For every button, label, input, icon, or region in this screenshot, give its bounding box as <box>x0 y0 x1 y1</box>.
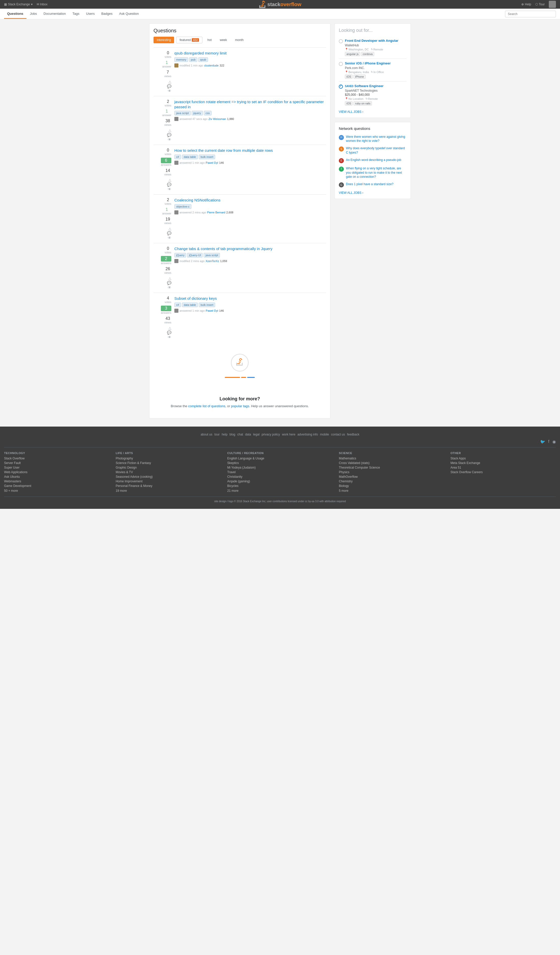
nav-users[interactable]: Users <box>83 9 98 19</box>
footer-col-link[interactable]: Travel <box>227 470 333 474</box>
tag[interactable]: java script <box>174 111 191 115</box>
footer-col-link[interactable]: Chemistry <box>339 479 444 483</box>
footer-col-link[interactable]: Stack Overflow Careers <box>451 470 556 474</box>
footer-col-link[interactable]: Meta Stack Exchange <box>451 461 556 465</box>
nav-jobs[interactable]: Jobs <box>27 9 40 19</box>
user-link[interactable]: Ziv Weissman <box>208 117 226 121</box>
network-question-link[interactable]: When flying on a very tight schedule, ar… <box>346 166 407 179</box>
footer-link[interactable]: tour <box>214 433 220 436</box>
footer-col-link[interactable]: Movies & TV <box>116 470 221 474</box>
footer-col-link[interactable]: Stack Apps <box>451 457 556 460</box>
footer-col-link[interactable]: Science Fiction & Fantasy <box>116 461 221 465</box>
footer-link[interactable]: blog <box>230 433 235 436</box>
nav-documentation[interactable]: Documentation <box>41 9 69 19</box>
footer-link[interactable]: privacy policy <box>262 433 280 436</box>
footer-link[interactable]: feedback <box>347 433 360 436</box>
footer-col-link[interactable]: Stack Overflow <box>4 457 109 460</box>
footer-col-link[interactable]: Ask Ubuntu <box>4 475 109 479</box>
tag[interactable]: css <box>204 111 212 115</box>
tag[interactable]: qsub <box>198 57 208 62</box>
view-all-network-link[interactable]: VIEW ALL JOBS › <box>339 191 407 194</box>
footer-col-link[interactable]: Bicycles <box>227 484 333 488</box>
footer-link[interactable]: help <box>222 433 228 436</box>
job-title-link[interactable]: Senior iOS / iPhone Engineer <box>345 61 391 65</box>
question-title[interactable]: qsub disregarded memory limit <box>174 51 227 55</box>
footer-col-link[interactable]: English Language & Usage <box>227 457 333 460</box>
footer-col-link[interactable]: Web Applications <box>4 470 109 474</box>
job-title-link[interactable]: Front End Developer with Angular <box>345 39 398 42</box>
user-link[interactable]: Pierre Bernard <box>207 211 225 214</box>
top-bar-logo[interactable]: stackoverflow <box>259 0 301 8</box>
help-link[interactable]: ⊕ Help <box>521 3 531 6</box>
footer-col-link[interactable]: Cross Validated (stats) <box>339 461 444 465</box>
tag[interactable]: data table <box>182 155 198 159</box>
complete-list-link[interactable]: complete list of questions <box>188 404 225 408</box>
user-link[interactable]: Pawel Dyl <box>206 161 218 164</box>
tag[interactable]: pub <box>189 57 197 62</box>
user-avatar[interactable] <box>549 1 556 8</box>
job-title-link[interactable]: Software Engineer <box>354 84 383 88</box>
footer-col-link[interactable]: Arqade (gaming) <box>227 479 333 483</box>
footer-col-link[interactable]: Seasoned Advice (cooking) <box>116 475 221 479</box>
footer-col-link[interactable]: Super User <box>4 466 109 469</box>
search-input[interactable] <box>505 11 556 17</box>
question-title[interactable]: javascript function rotate element => tr… <box>174 100 324 109</box>
tag[interactable]: java script <box>203 253 220 257</box>
footer-link[interactable]: work here <box>282 433 296 436</box>
footer-col-link[interactable]: MathOverflow <box>339 475 444 479</box>
footer-col-link[interactable]: Christianity <box>227 475 333 479</box>
inbox-link[interactable]: ✉ Inbox <box>37 3 48 6</box>
job-radio[interactable] <box>339 39 343 43</box>
footer-col-link[interactable]: Webmasters <box>4 479 109 483</box>
nav-ask-question[interactable]: Ask Question <box>116 9 142 19</box>
tag[interactable]: c# <box>174 302 181 307</box>
network-question-link[interactable]: Were there women who were against giving… <box>346 135 407 143</box>
view-all-jobs-link[interactable]: VIEW ALL JOBS › <box>339 110 407 114</box>
question-title[interactable]: Change tabs & contents of tab programmat… <box>174 246 272 251</box>
rss-link[interactable]: ◉ <box>552 439 556 444</box>
facebook-link[interactable]: f <box>548 439 549 444</box>
tag[interactable]: bulk insert <box>199 302 215 307</box>
tag[interactable]: bulk insert <box>199 155 215 159</box>
tour-link[interactable]: ⬡ Tour <box>535 3 545 6</box>
stack-exchange-switcher[interactable]: ▦ Stack Exchange ▾ <box>4 3 33 6</box>
nav-badges[interactable]: Badges <box>98 9 116 19</box>
network-question-link[interactable]: An English word describing a pseudo-job <box>346 158 401 162</box>
network-question-link[interactable]: Why does everybody typedef over standard… <box>346 146 407 155</box>
nav-tags[interactable]: Tags <box>69 9 83 19</box>
filter-featured[interactable]: featured 432 <box>176 37 202 43</box>
footer-link[interactable]: mobile <box>320 433 329 436</box>
user-link[interactable]: XzenTorXz <box>205 260 219 263</box>
footer-col-link[interactable]: Game Development <box>4 484 109 488</box>
tag[interactable]: jQuery-UI <box>187 253 203 257</box>
popular-tags-link[interactable]: popular tags <box>231 404 249 408</box>
tag[interactable]: jquery <box>192 111 203 115</box>
job-radio[interactable] <box>339 62 343 66</box>
footer-col-link[interactable]: Graphic Design <box>116 466 221 469</box>
footer-link[interactable]: contact us <box>331 433 345 436</box>
job-radio[interactable] <box>339 85 343 89</box>
footer-link[interactable]: advertising info <box>297 433 318 436</box>
tag[interactable]: objective-c <box>174 204 191 209</box>
footer-col-link[interactable]: Mathematics <box>339 457 444 460</box>
footer-col-link[interactable]: Server Fault <box>4 461 109 465</box>
filter-hot[interactable]: hot <box>204 37 215 43</box>
footer-col-link[interactable]: Skeptics <box>227 461 333 465</box>
footer-link[interactable]: legal <box>253 433 260 436</box>
footer-link[interactable]: chat <box>237 433 243 436</box>
footer-link[interactable]: about us <box>200 433 212 436</box>
tag[interactable]: memory <box>174 57 188 62</box>
footer-col-link[interactable]: Physics <box>339 470 444 474</box>
question-title[interactable]: How to select the current date row from … <box>174 148 273 153</box>
filter-week[interactable]: week <box>217 37 230 43</box>
footer-link[interactable]: data <box>245 433 251 436</box>
footer-col-link[interactable]: Theoretical Computer Science <box>339 466 444 469</box>
user-link[interactable]: Pawel Dyl <box>206 309 218 312</box>
tag[interactable]: jQuery <box>174 253 186 257</box>
question-title[interactable]: Coalescing NSNotifications <box>174 198 221 202</box>
footer-col-link[interactable]: Photography <box>116 457 221 460</box>
tag[interactable]: c# <box>174 155 181 159</box>
footer-col-link[interactable]: Home Improvement <box>116 479 221 483</box>
user-link[interactable]: clusterdude <box>204 64 219 67</box>
nav-questions[interactable]: Questions <box>4 9 27 19</box>
